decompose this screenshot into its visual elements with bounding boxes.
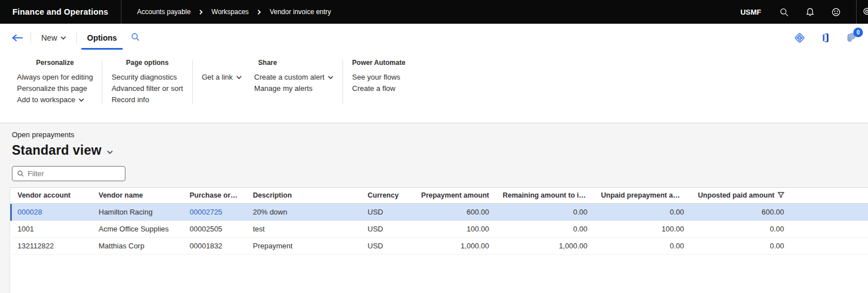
menu-item-advanced-filter-or-sort[interactable]: Advanced filter or sort bbox=[111, 83, 183, 94]
menu-item-label: Create a flow bbox=[352, 83, 396, 94]
search-icon[interactable] bbox=[778, 6, 789, 18]
attachments-icon[interactable]: 0 bbox=[845, 32, 858, 44]
menu-item-personalize-this-page[interactable]: Personalize this page bbox=[17, 83, 93, 94]
grid-header-row: Vendor account Vendor name Purchase orde… bbox=[11, 188, 868, 203]
menu-item-always-open-for-editing[interactable]: Always open for editing bbox=[17, 72, 93, 83]
purchase-order-cell[interactable]: 00002505 bbox=[183, 220, 246, 237]
feedback-smiley-icon[interactable] bbox=[830, 6, 841, 18]
vendor-account-cell[interactable]: 132112822 bbox=[11, 237, 92, 254]
purchase-order-link[interactable]: 00002725 bbox=[190, 208, 223, 216]
chevron-down-icon bbox=[79, 97, 84, 103]
app-window: Finance and Operations Accounts payable … bbox=[0, 0, 868, 293]
company-selector[interactable]: USMF bbox=[740, 8, 761, 16]
personalization-apps-icon[interactable] bbox=[793, 32, 806, 44]
breadcrumb-item-vendor-invoice-entry[interactable]: Vendor invoice entry bbox=[270, 8, 331, 16]
tabstrip-divider bbox=[76, 32, 77, 44]
prepayments-grid: Vendor account Vendor name Purchase orde… bbox=[10, 187, 868, 293]
column-header-prepayment-amount[interactable]: Prepayment amount bbox=[414, 188, 496, 203]
filler-cell bbox=[791, 220, 868, 237]
menu-item-record-info[interactable]: Record info bbox=[111, 94, 183, 106]
vendor-name-cell: Acme Office Supplies bbox=[92, 220, 183, 237]
purchase-order-cell[interactable]: 00001832 bbox=[183, 237, 246, 254]
unposted-paid-cell: 0.00 bbox=[691, 237, 791, 254]
menu-item-label: Advanced filter or sort bbox=[111, 83, 183, 94]
action-pane-search-icon[interactable] bbox=[131, 32, 140, 44]
menu-item-label: See your flows bbox=[352, 72, 400, 83]
filter-funnel-icon[interactable] bbox=[778, 191, 784, 198]
column-header-filler bbox=[791, 188, 868, 203]
description-cell: test bbox=[246, 220, 361, 237]
ribbon-group-title: Share bbox=[202, 59, 333, 67]
column-header-label: Unposted paid amount bbox=[698, 191, 774, 199]
attachments-count-badge: 0 bbox=[853, 28, 863, 37]
column-header-vendor-name[interactable]: Vendor name bbox=[92, 188, 183, 203]
topbar-divider bbox=[121, 0, 121, 24]
vendor-name-cell: Hamilton Racing bbox=[92, 203, 183, 220]
tabstrip-divider bbox=[31, 32, 31, 44]
page-title: Standard view bbox=[12, 143, 102, 158]
column-header-description[interactable]: Description bbox=[246, 188, 361, 203]
breadcrumb-item-workspaces[interactable]: Workspaces bbox=[211, 8, 249, 16]
settings-gear-icon[interactable] bbox=[862, 6, 868, 18]
page-content: Open prepayments Standard view Vendor ac… bbox=[0, 123, 868, 293]
menu-item-create-a-custom-alert[interactable]: Create a custom alert bbox=[254, 72, 333, 83]
menu-item-label: Security diagnostics bbox=[111, 72, 177, 83]
prepayment-amount-cell: 600.00 bbox=[414, 203, 496, 220]
column-header-unpaid-prepayment[interactable]: Unpaid prepayment amount bbox=[594, 188, 691, 203]
chevron-down-icon bbox=[236, 75, 242, 80]
unposted-paid-cell: 600.00 bbox=[691, 203, 791, 220]
ribbon-group-title: Page options bbox=[111, 59, 183, 67]
back-arrow-button[interactable] bbox=[9, 33, 26, 42]
column-header-remaining-amount[interactable]: Remaining amount to invoice bbox=[496, 188, 594, 203]
column-header-currency[interactable]: Currency bbox=[361, 188, 414, 203]
filter-input[interactable] bbox=[28, 169, 120, 178]
vendor-account-cell[interactable]: 1001 bbox=[11, 220, 92, 237]
app-title[interactable]: Finance and Operations bbox=[0, 7, 121, 16]
chevron-down-icon bbox=[328, 75, 333, 80]
menu-item-see-your-flows[interactable]: See your flows bbox=[352, 72, 400, 83]
menu-item-label: Create a custom alert bbox=[254, 72, 324, 83]
prepayments-table: Vendor account Vendor name Purchase orde… bbox=[10, 188, 868, 255]
column-header-vendor-account[interactable]: Vendor account bbox=[11, 188, 92, 203]
filler-cell bbox=[791, 237, 868, 254]
vendor-name-cell: Matthias Corp bbox=[92, 237, 183, 254]
filler-cell bbox=[791, 203, 868, 220]
unpaid-prepayment-cell: 0.00 bbox=[594, 237, 691, 254]
ribbon-group-power-automate: Power Automate See your flows Create a f… bbox=[343, 59, 414, 106]
ribbon-group-title: Power Automate bbox=[352, 59, 405, 67]
tab-options[interactable]: Options bbox=[81, 26, 123, 50]
menu-item-create-a-flow[interactable]: Create a flow bbox=[352, 83, 400, 94]
action-pane: New Options bbox=[0, 24, 868, 123]
menu-item-security-diagnostics[interactable]: Security diagnostics bbox=[111, 72, 183, 83]
view-selector[interactable]: Standard view bbox=[12, 143, 868, 158]
notifications-bell-icon[interactable] bbox=[804, 6, 815, 18]
column-header-unposted-paid[interactable]: Unposted paid amount bbox=[691, 188, 791, 203]
chevron-right-icon bbox=[198, 10, 203, 15]
tab-new[interactable]: New bbox=[36, 26, 72, 50]
menu-item-add-to-workspace[interactable]: Add to workspace bbox=[17, 94, 93, 106]
search-icon bbox=[17, 170, 24, 177]
table-row[interactable]: 1001 Acme Office Supplies 00002505 test … bbox=[11, 220, 868, 237]
grid-filter-box bbox=[12, 166, 125, 181]
remaining-amount-cell: 1,000.00 bbox=[496, 237, 594, 254]
office-app-icon[interactable] bbox=[819, 32, 832, 44]
ribbon-group-share: Share Get a link Create a custom alert M… bbox=[193, 59, 342, 106]
table-row[interactable]: 132112822 Matthias Corp 00001832 Prepaym… bbox=[11, 237, 868, 254]
table-row[interactable]: 000028 Hamilton Racing 00002725 20% down… bbox=[11, 203, 868, 220]
page-caption: Open prepayments bbox=[12, 130, 868, 139]
vendor-account-link[interactable]: 000028 bbox=[18, 208, 42, 216]
menu-item-label: Record info bbox=[111, 94, 149, 106]
options-ribbon: Personalize Always open for editing Pers… bbox=[0, 52, 868, 106]
menu-item-label: Manage my alerts bbox=[254, 83, 313, 94]
breadcrumb-item-accounts-payable[interactable]: Accounts payable bbox=[137, 8, 191, 16]
currency-cell: USD bbox=[361, 220, 414, 237]
menu-item-manage-my-alerts[interactable]: Manage my alerts bbox=[254, 83, 333, 94]
unpaid-prepayment-cell: 100.00 bbox=[594, 220, 691, 237]
menu-item-get-a-link[interactable]: Get a link bbox=[202, 72, 242, 83]
chevron-down-icon bbox=[60, 35, 66, 41]
prepayment-amount-cell: 100.00 bbox=[414, 220, 496, 237]
unposted-paid-cell: 0.00 bbox=[691, 220, 791, 237]
action-pane-right-icons: 0 bbox=[793, 32, 858, 44]
column-header-purchase-order[interactable]: Purchase order bbox=[183, 188, 246, 203]
chevron-right-icon bbox=[257, 10, 262, 15]
